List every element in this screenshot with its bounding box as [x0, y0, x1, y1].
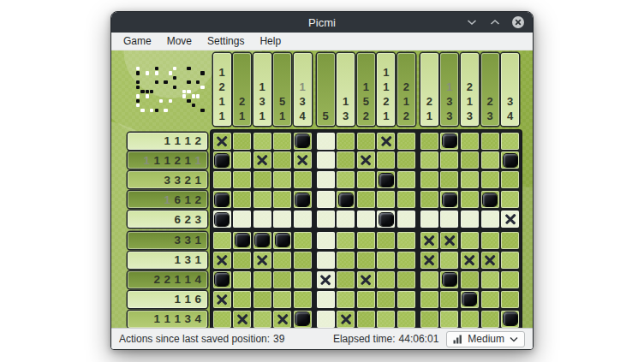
cell-r2-c15[interactable] [501, 151, 519, 169]
cell-r9-c3[interactable] [253, 291, 271, 308]
cell-r9-c15[interactable] [501, 291, 519, 308]
cell-r5-c2[interactable] [233, 211, 251, 228]
cell-r9-c11[interactable] [420, 291, 438, 308]
cell-r6-c6[interactable] [317, 232, 335, 249]
cell-r7-c13[interactable] [461, 252, 479, 269]
titlebar[interactable]: Picmi [111, 12, 533, 33]
cell-r9-c7[interactable] [337, 291, 355, 308]
cell-r4-c6[interactable] [317, 191, 335, 208]
cell-r1-c7[interactable] [337, 133, 355, 150]
cell-r10-c2[interactable] [233, 311, 251, 328]
cell-r7-c10[interactable] [397, 252, 415, 269]
cell-r8-c15[interactable] [501, 271, 519, 288]
cell-r9-c12[interactable] [440, 291, 458, 308]
cell-r2-c7[interactable] [337, 151, 355, 169]
cell-r2-c1[interactable] [213, 151, 231, 169]
cell-r6-c11[interactable] [420, 232, 438, 249]
cell-r8-c6[interactable] [317, 271, 335, 288]
cell-r9-c4[interactable] [273, 291, 291, 308]
maximize-button[interactable] [488, 15, 502, 29]
cell-r4-c11[interactable] [420, 191, 438, 208]
cell-r10-c9[interactable] [377, 311, 395, 328]
cell-r3-c2[interactable] [233, 171, 251, 188]
menu-item-move[interactable]: Move [159, 33, 200, 50]
cell-r1-c12[interactable] [440, 133, 458, 150]
cell-r8-c13[interactable] [461, 271, 479, 288]
cell-r7-c8[interactable] [357, 252, 375, 269]
cell-r1-c4[interactable] [273, 133, 291, 150]
cell-r6-c5[interactable] [294, 232, 312, 249]
cell-r5-c9[interactable] [377, 211, 395, 228]
cell-r4-c5[interactable] [294, 191, 312, 208]
cell-r7-c6[interactable] [317, 252, 335, 269]
cell-r8-c7[interactable] [337, 271, 355, 288]
cell-r2-c3[interactable] [253, 151, 271, 169]
cell-r2-c13[interactable] [461, 151, 479, 169]
cell-r8-c2[interactable] [233, 271, 251, 288]
cell-r2-c5[interactable] [294, 151, 312, 169]
cell-r3-c9[interactable] [377, 171, 395, 188]
cell-r5-c15[interactable] [501, 211, 519, 228]
cell-r1-c9[interactable] [377, 133, 395, 150]
cell-r9-c9[interactable] [377, 291, 395, 308]
cell-r2-c8[interactable] [357, 151, 375, 169]
cell-r3-c15[interactable] [501, 171, 519, 188]
cell-r6-c8[interactable] [357, 232, 375, 249]
cell-r5-c7[interactable] [337, 211, 355, 228]
cell-r3-c3[interactable] [253, 171, 271, 188]
cell-r8-c10[interactable] [397, 271, 415, 288]
cell-r7-c7[interactable] [337, 252, 355, 269]
cell-r5-c1[interactable] [213, 211, 231, 228]
cell-r2-c6[interactable] [317, 151, 335, 169]
cell-r1-c1[interactable] [213, 133, 231, 150]
cell-r2-c11[interactable] [420, 151, 438, 169]
cell-r10-c11[interactable] [420, 311, 438, 328]
cell-r1-c5[interactable] [294, 133, 312, 150]
cell-r4-c13[interactable] [461, 191, 479, 208]
cell-r3-c14[interactable] [481, 171, 499, 188]
cell-r6-c14[interactable] [481, 232, 499, 249]
cell-r3-c1[interactable] [213, 171, 231, 188]
cell-r8-c11[interactable] [420, 271, 438, 288]
cell-r9-c1[interactable] [213, 291, 231, 308]
cell-r4-c2[interactable] [233, 191, 251, 208]
cell-r4-c12[interactable] [440, 191, 458, 208]
cell-r8-c5[interactable] [294, 271, 312, 288]
menu-item-settings[interactable]: Settings [200, 33, 252, 50]
cell-r10-c14[interactable] [481, 311, 499, 328]
cell-r5-c4[interactable] [273, 211, 291, 228]
cell-r2-c9[interactable] [377, 151, 395, 169]
cell-r8-c9[interactable] [377, 271, 395, 288]
cell-r7-c1[interactable] [213, 252, 231, 269]
cell-r6-c15[interactable] [501, 232, 519, 249]
cell-r4-c10[interactable] [397, 191, 415, 208]
cell-r7-c12[interactable] [440, 252, 458, 269]
cell-r1-c15[interactable] [501, 133, 519, 150]
cell-r4-c7[interactable] [337, 191, 355, 208]
cell-r7-c11[interactable] [420, 252, 438, 269]
cell-r6-c13[interactable] [461, 232, 479, 249]
cell-r1-c14[interactable] [481, 133, 499, 150]
cell-r10-c3[interactable] [253, 311, 271, 328]
cell-r1-c11[interactable] [420, 133, 438, 150]
cell-r5-c11[interactable] [420, 211, 438, 228]
cell-r3-c5[interactable] [294, 171, 312, 188]
cell-r10-c8[interactable] [357, 311, 375, 328]
cell-r9-c10[interactable] [397, 291, 415, 308]
cell-r4-c3[interactable] [253, 191, 271, 208]
cell-r6-c12[interactable] [440, 232, 458, 249]
cell-r5-c8[interactable] [357, 211, 375, 228]
cell-r8-c1[interactable] [213, 271, 231, 288]
cell-r5-c13[interactable] [461, 211, 479, 228]
cell-r6-c1[interactable] [213, 232, 231, 249]
cell-r3-c4[interactable] [273, 171, 291, 188]
cell-r8-c8[interactable] [357, 271, 375, 288]
cell-r8-c14[interactable] [481, 271, 499, 288]
cell-r3-c12[interactable] [440, 171, 458, 188]
cell-r3-c8[interactable] [357, 171, 375, 188]
cell-r10-c6[interactable] [317, 311, 335, 328]
cell-r8-c4[interactable] [273, 271, 291, 288]
cell-r2-c10[interactable] [397, 151, 415, 169]
cell-r10-c4[interactable] [273, 311, 291, 328]
cell-r5-c5[interactable] [294, 211, 312, 228]
